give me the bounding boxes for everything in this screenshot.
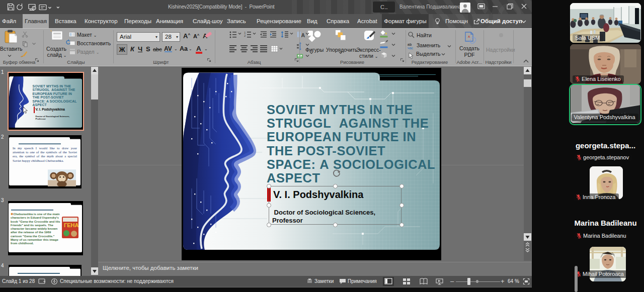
svg-text:час: час (408, 46, 414, 50)
svg-text:ab: ab (408, 43, 412, 46)
svg-text:ГЕНА: ГЕНА (64, 222, 78, 228)
svg-text:A: A (301, 32, 305, 38)
svg-text:A: A (468, 35, 470, 38)
svg-text:2: 2 (244, 34, 246, 37)
